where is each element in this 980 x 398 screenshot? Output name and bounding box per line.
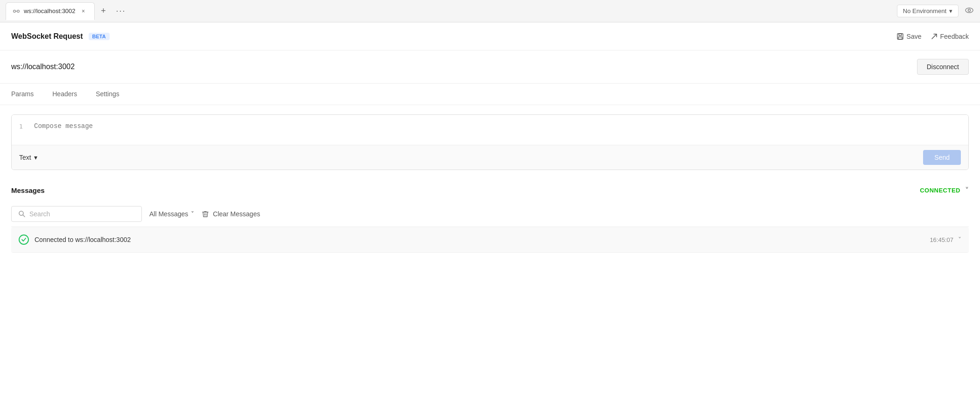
svg-point-1	[17, 10, 20, 12]
disconnect-button[interactable]: Disconnect	[917, 59, 969, 75]
clear-messages-label: Clear Messages	[213, 210, 260, 218]
tab-headers[interactable]: Headers	[43, 84, 86, 105]
eye-icon[interactable]	[964, 5, 974, 17]
send-button[interactable]: Send	[923, 150, 961, 165]
message-type-selector[interactable]: Text ▾	[19, 154, 37, 161]
connected-check-icon	[19, 235, 29, 245]
message-expand-icon[interactable]: ˅	[958, 236, 961, 243]
tab-bar: ws://localhost:3002 × + ··· No Environme…	[0, 0, 980, 22]
connection-status: CONNECTED	[920, 187, 960, 194]
all-messages-filter[interactable]: All Messages ˅	[149, 210, 194, 218]
save-label: Save	[907, 33, 922, 40]
beta-badge: BETA	[89, 33, 110, 40]
search-input[interactable]	[29, 210, 135, 218]
messages-title: Messages	[11, 186, 45, 194]
svg-line-9	[23, 215, 25, 217]
line-number: 1	[19, 122, 27, 137]
search-icon	[18, 210, 26, 218]
header-right: Save Feedback	[896, 33, 969, 40]
messages-collapse-icon[interactable]: ˅	[965, 186, 969, 195]
messages-toolbar: All Messages ˅ Clear Messages	[11, 201, 969, 227]
header-left: WebSocket Request BETA	[11, 32, 110, 41]
search-box	[11, 206, 142, 222]
connection-url: ws://localhost:3002	[11, 63, 75, 71]
messages-header: Messages CONNECTED ˅	[11, 179, 969, 201]
message-right: 16:45:07 ˅	[930, 236, 961, 243]
all-messages-chevron-icon: ˅	[191, 210, 194, 218]
clear-messages-button[interactable]: Clear Messages	[202, 210, 260, 218]
table-row: Connected to ws://localhost:3002 16:45:0…	[11, 227, 969, 253]
env-label: No Environment	[903, 7, 946, 14]
message-list: Connected to ws://localhost:3002 16:45:0…	[11, 227, 969, 253]
trash-icon	[202, 210, 209, 218]
message-type-label: Text	[19, 154, 31, 161]
new-tab-button[interactable]: +	[97, 4, 111, 18]
svg-point-4	[968, 9, 971, 11]
url-bar: ws://localhost:3002 Disconnect	[0, 50, 980, 84]
tab-bar-right: No Environment ▾	[897, 5, 974, 17]
active-tab[interactable]: ws://localhost:3002 ×	[6, 2, 95, 20]
env-chevron-icon: ▾	[949, 7, 952, 14]
svg-point-3	[966, 8, 973, 13]
svg-rect-7	[898, 37, 902, 39]
tab-settings[interactable]: Settings	[86, 84, 129, 105]
websocket-icon	[13, 7, 20, 15]
message-left: Connected to ws://localhost:3002	[19, 235, 131, 245]
app-header: WebSocket Request BETA Save Feedback	[0, 22, 980, 50]
composer-editor: 1	[12, 115, 968, 145]
save-button[interactable]: Save	[896, 33, 922, 40]
tab-close-button[interactable]: ×	[79, 7, 88, 15]
messages-section: Messages CONNECTED ˅ All Messages ˅ Clea…	[11, 179, 969, 253]
more-tabs-button[interactable]: ···	[112, 4, 130, 18]
svg-rect-6	[899, 34, 902, 36]
feedback-label: Feedback	[940, 33, 969, 40]
feedback-button[interactable]: Feedback	[931, 33, 969, 40]
tab-params[interactable]: Params	[11, 84, 43, 105]
all-messages-label: All Messages	[149, 210, 188, 218]
type-chevron-icon: ▾	[34, 154, 37, 161]
message-input[interactable]	[34, 122, 961, 137]
message-content: Connected to ws://localhost:3002	[35, 236, 131, 243]
tabs-nav: Params Headers Settings	[0, 84, 980, 105]
composer-footer: Text ▾ Send	[12, 145, 968, 170]
svg-point-0	[14, 10, 16, 12]
message-timestamp: 16:45:07	[930, 236, 953, 243]
page-title: WebSocket Request	[11, 32, 83, 41]
messages-header-right: CONNECTED ˅	[920, 186, 969, 195]
message-composer: 1 Text ▾ Send	[11, 114, 969, 170]
tab-url-label: ws://localhost:3002	[24, 7, 76, 14]
environment-selector[interactable]: No Environment ▾	[897, 5, 959, 17]
